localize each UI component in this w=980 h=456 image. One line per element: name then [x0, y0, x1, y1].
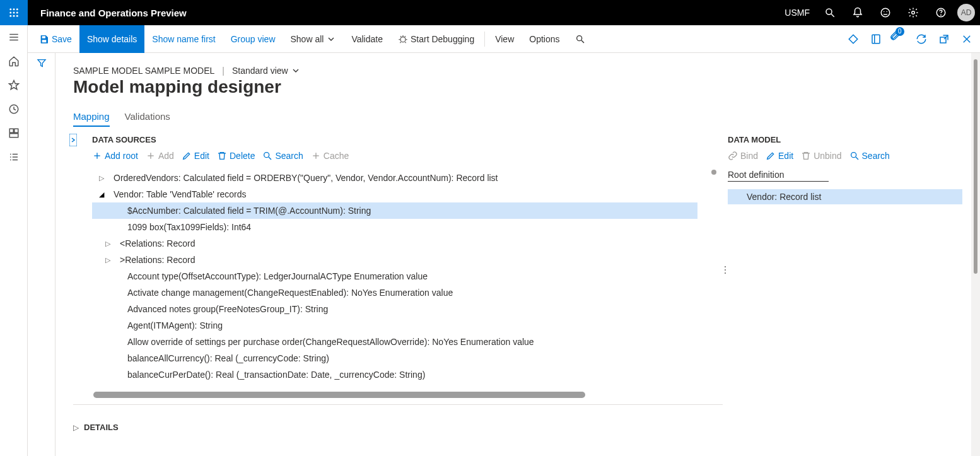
main-column: Save Show details Show name first Group … — [28, 25, 980, 456]
save-button[interactable]: Save — [32, 25, 79, 53]
app-launcher-button[interactable] — [0, 0, 28, 25]
diamond-icon[interactable] — [844, 30, 863, 49]
svg-line-55 — [856, 157, 858, 160]
tree-row-selected[interactable]: $AccNumber: Calculated field = TRIM(@.Ac… — [92, 202, 697, 219]
left-rail — [0, 25, 28, 456]
feedback-icon[interactable] — [872, 0, 899, 25]
tree-row[interactable]: balanceCurPerDate(): Real (_transactionD… — [92, 366, 697, 383]
save-label: Save — [52, 34, 72, 44]
group-view-button[interactable]: Group view — [223, 25, 283, 53]
tab-mapping[interactable]: Mapping — [73, 111, 110, 127]
content-area: SAMPLE MODEL SAMPLE MODEL | Standard vie… — [28, 53, 980, 456]
svg-point-7 — [13, 15, 15, 17]
horizontal-scrollbar[interactable] — [93, 392, 585, 398]
cache-button: Cache — [311, 151, 349, 161]
tree-row[interactable]: Account type(OffsetAccountType): LedgerJ… — [92, 268, 697, 284]
tree-row[interactable]: Advanced notes group(FreeNotesGroup_IT):… — [92, 301, 697, 317]
root-definition-input[interactable] — [728, 181, 829, 182]
tree-row[interactable]: balanceAllCurrency(): Real (_currencyCod… — [92, 350, 697, 366]
ds-toolbar: Add root Add Edit — [92, 151, 697, 161]
tree-row[interactable]: 1099 box(Tax1099Fields): Int64 — [92, 219, 697, 235]
expander-icon[interactable]: ▷ — [102, 240, 114, 248]
actionbar-right: 0 — [844, 30, 976, 49]
svg-marker-20 — [9, 81, 18, 90]
workspace-icon[interactable] — [0, 121, 28, 145]
delete-button[interactable]: Delete — [217, 151, 255, 161]
global-topbar: Finance and Operations Preview USMF AD — [0, 0, 980, 25]
dm-search-button[interactable]: Search — [849, 151, 890, 161]
tree-row[interactable]: Allow override of settings per purchase … — [92, 334, 697, 350]
tree-row[interactable]: ▷ <Relations: Record — [92, 235, 697, 252]
view-dropdown[interactable]: Standard view — [232, 66, 301, 76]
options-menu[interactable]: Options — [522, 25, 567, 53]
show-details-button[interactable]: Show details — [79, 25, 144, 53]
bind-button: Bind — [728, 151, 758, 161]
settings-icon[interactable] — [899, 0, 927, 25]
search-icon[interactable] — [816, 0, 844, 25]
filter-rail — [28, 53, 55, 456]
ds-search-button[interactable]: Search — [262, 151, 303, 161]
show-name-first-button[interactable]: Show name first — [144, 25, 223, 53]
view-menu[interactable]: View — [487, 25, 522, 53]
dm-edit-button[interactable]: Edit — [766, 151, 793, 161]
add-root-button[interactable]: Add root — [92, 151, 138, 161]
bell-icon[interactable] — [844, 0, 872, 25]
popout-icon[interactable] — [935, 30, 954, 49]
svg-rect-24 — [9, 134, 18, 137]
svg-point-3 — [9, 12, 11, 14]
data-model-pane: DATA MODEL Bind Edit — [728, 135, 962, 405]
scrollbar-thumb[interactable] — [974, 59, 977, 274]
funnel-icon[interactable] — [37, 58, 47, 456]
data-sources-pane: DATA SOURCES Add root Add — [73, 135, 723, 405]
tree-row[interactable]: ▷ >Relations: Record — [92, 252, 697, 268]
tree-row[interactable]: ◢ Vendor: Table 'VendTable' records — [92, 186, 697, 202]
expander-icon[interactable]: ▷ — [102, 256, 114, 264]
refresh-icon[interactable] — [912, 30, 931, 49]
svg-point-6 — [9, 15, 11, 17]
chevron-right-icon: ▷ — [73, 423, 79, 432]
close-icon[interactable] — [957, 30, 976, 49]
details-section[interactable]: ▷ DETAILS — [73, 423, 962, 432]
hamburger-icon[interactable] — [0, 25, 28, 49]
svg-rect-22 — [9, 129, 13, 132]
avatar[interactable]: AD — [957, 4, 975, 21]
office-icon[interactable] — [866, 30, 885, 49]
breadcrumb-sep: | — [222, 66, 225, 76]
start-debugging-button[interactable]: Start Debugging — [390, 25, 482, 53]
view-name: Standard view — [232, 66, 288, 76]
org-label[interactable]: USMF — [778, 8, 816, 18]
svg-marker-34 — [849, 35, 858, 44]
tree-row[interactable]: ▷ OrderedVendors: Calculated field = ORD… — [92, 170, 697, 186]
recent-icon[interactable] — [0, 97, 28, 121]
show-all-dropdown[interactable]: Show all — [283, 25, 344, 53]
svg-line-33 — [581, 40, 584, 43]
tree-row[interactable]: Activate change management(ChangeRequest… — [92, 284, 697, 301]
collapse-pane-icon[interactable] — [69, 134, 77, 146]
star-icon[interactable] — [0, 73, 28, 97]
actionbar-search-icon[interactable] — [568, 25, 593, 53]
modules-icon[interactable] — [0, 145, 28, 169]
show-name-first-label: Show name first — [152, 34, 215, 44]
svg-point-54 — [851, 153, 856, 158]
svg-point-52 — [725, 269, 726, 271]
attachments-badge: 0 — [895, 27, 904, 36]
splitter[interactable] — [723, 135, 728, 405]
dm-tree-item[interactable]: Vendor: Record list — [728, 189, 962, 204]
svg-point-31 — [400, 37, 405, 42]
svg-rect-35 — [872, 35, 880, 44]
help-icon[interactable] — [927, 0, 955, 25]
add-button: Add — [146, 151, 174, 161]
home-icon[interactable] — [0, 49, 28, 73]
edit-button[interactable]: Edit — [182, 151, 209, 161]
tab-validations[interactable]: Validations — [125, 111, 170, 127]
tree-row[interactable]: Agent(ITMAgent): String — [92, 317, 697, 334]
validate-label: Validate — [351, 34, 383, 44]
expander-icon[interactable]: ▷ — [96, 174, 107, 182]
breadcrumb: SAMPLE MODEL SAMPLE MODEL | Standard vie… — [73, 66, 962, 76]
validate-button[interactable]: Validate — [344, 25, 390, 53]
attachments-icon[interactable]: 0 — [889, 30, 908, 49]
show-details-label: Show details — [87, 34, 137, 44]
svg-point-4 — [13, 12, 15, 14]
expander-icon[interactable]: ◢ — [96, 190, 107, 199]
page-scrollbar[interactable] — [971, 53, 980, 456]
